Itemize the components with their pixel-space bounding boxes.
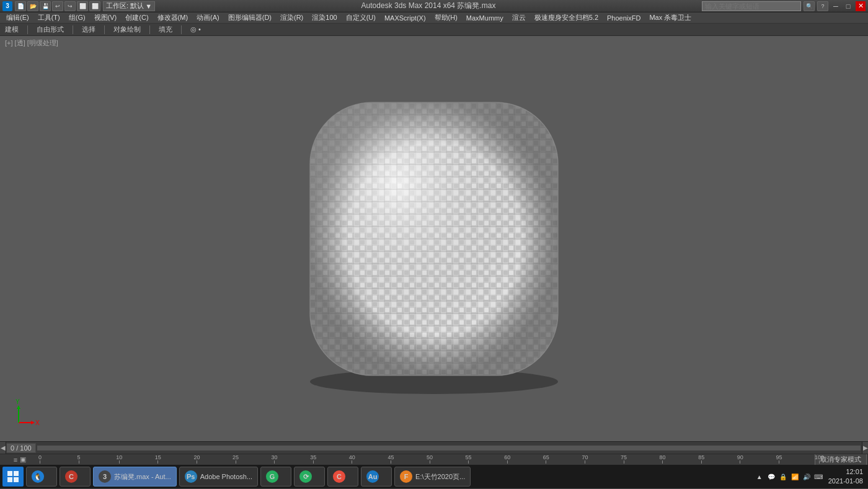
help-icon[interactable]: ?: [817, 1, 828, 11]
subtoolbar-item-1[interactable]: 自由形式: [34, 25, 66, 34]
taskbar-app-chrome[interactable]: C: [327, 467, 358, 487]
ruler-tick-line-5: [79, 460, 79, 464]
menu-item-[interactable]: 渲染100: [308, 12, 340, 23]
ruler-tick-label-45: 45: [388, 454, 394, 460]
taskbar-app-label-photoshop: Adobe Photosh...: [200, 473, 252, 480]
menu-item-[interactable]: 极速瘦身安全归档5.2: [531, 12, 602, 23]
menu-item-max[interactable]: Max 杀毒卫士: [645, 12, 695, 23]
tray-icon-6[interactable]: ⌨: [813, 472, 823, 482]
minimize-button[interactable]: ─: [831, 1, 841, 11]
taskbar-app-icon-3dsmax: 3: [99, 470, 111, 483]
clock-area[interactable]: 12:01 2021-01-08: [826, 467, 866, 487]
menu-item-h[interactable]: 帮助(H): [431, 12, 461, 23]
ruler-tick-label-5: 5: [78, 454, 81, 460]
ruler-tick-label-75: 75: [621, 454, 627, 460]
timeline-next-button[interactable]: ▶: [862, 442, 868, 454]
menu-item-r[interactable]: 渲染(R): [277, 12, 307, 23]
taskbar-app-icon-app2: ⟳: [299, 470, 312, 483]
svg-rect-66: [7, 477, 12, 482]
tray-icon-5[interactable]: 🔊: [802, 472, 812, 482]
subtoolbar-item-5[interactable]: ◎ •: [188, 25, 203, 34]
timeline-slider[interactable]: [37, 446, 861, 451]
maximize-button[interactable]: □: [843, 1, 853, 11]
taskbar-app-wechat[interactable]: 🐧: [26, 467, 57, 487]
svg-rect-67: [14, 477, 19, 482]
ruler-tick-label-35: 35: [310, 454, 316, 460]
menu-item-t[interactable]: 工具(T): [34, 12, 64, 23]
menu-item-phoenixfd[interactable]: PhoenixFD: [603, 14, 644, 22]
menu-item-c[interactable]: 创建(C): [122, 12, 152, 23]
redo-icon[interactable]: ↪: [64, 1, 76, 11]
subtoolbar-item-3[interactable]: 对象绘制: [111, 25, 143, 34]
menu-item-d[interactable]: 图形编辑器(D): [224, 12, 275, 23]
viewport-3d[interactable]: [+] [透] [明缓处理]: [0, 36, 868, 441]
ruler-tick-line-35: [313, 460, 314, 464]
ruler-tick-70: 70: [582, 454, 588, 465]
menu-item-maxmummy[interactable]: MaxMummy: [463, 14, 507, 22]
save-icon[interactable]: 💾: [40, 1, 51, 11]
svg-marker-62: [17, 405, 20, 409]
ruler-tick-line-90: [740, 460, 740, 464]
search-input[interactable]: [702, 1, 801, 11]
viewport-label: [+] [透] [明缓处理]: [5, 38, 58, 48]
ruler-icon-2[interactable]: ▣: [20, 455, 26, 464]
ruler-tick-95: 95: [776, 454, 782, 465]
taskbar-app-app2[interactable]: ⟳: [294, 467, 325, 487]
tray-icon-2[interactable]: 💬: [766, 472, 776, 482]
workspace-label: 工作区: 默认: [106, 1, 144, 11]
subtoolbar-separator-2: [104, 25, 105, 34]
menu-item-maxscriptx[interactable]: MAXScript(X): [381, 14, 430, 22]
menu-item-g[interactable]: 组(G): [65, 12, 89, 23]
taskbar-app-camera[interactable]: C: [60, 467, 91, 487]
ruler-tick-25: 25: [232, 454, 239, 465]
ruler-tick-0: 0: [38, 454, 42, 465]
ruler-tick-line-0: [40, 460, 40, 464]
taskbar-app-app1[interactable]: G: [260, 467, 291, 487]
tb-icon-2[interactable]: ⬜: [89, 1, 100, 11]
taskbar-app-icon-chrome: C: [333, 470, 345, 483]
workspace-selector[interactable]: 工作区: 默认 ▼: [103, 1, 155, 11]
axis-indicator: X Y: [12, 398, 43, 429]
ruler-icon-1[interactable]: ≡: [14, 456, 17, 464]
svg-rect-64: [7, 471, 12, 476]
workspace-dropdown-icon[interactable]: ▼: [145, 2, 152, 10]
subtoolbar-item-2[interactable]: 选择: [79, 25, 98, 34]
menu-item-v[interactable]: 视图(V): [91, 12, 121, 23]
ruler-tick-line-65: [546, 460, 546, 464]
undo-icon[interactable]: ↩: [52, 1, 63, 11]
timeline-prev-button[interactable]: ◀: [0, 442, 6, 454]
subtoolbar-item-0[interactable]: 建模: [2, 25, 21, 34]
taskbar-app-3dsmax[interactable]: 3苏编凳.max - Aut...: [93, 467, 177, 487]
ruler-tick-label-20: 20: [193, 454, 200, 460]
ruler-tick-10: 10: [116, 454, 122, 465]
ruler-tick-line-75: [624, 460, 624, 464]
ruler-tick-15: 15: [155, 454, 161, 465]
ruler-tick-85: 85: [698, 454, 704, 465]
start-button[interactable]: [2, 467, 24, 487]
close-button[interactable]: ✕: [856, 1, 866, 11]
taskbar: 🐧C3苏编凳.max - Aut...PsAdobe Photosh...G⟳C…: [0, 465, 868, 488]
tray-icon-4[interactable]: 📶: [790, 472, 800, 482]
app-title: Autodesk 3ds Max 2014 x64 苏编凳.max: [361, 1, 496, 10]
menu-item-u[interactable]: 自定义(U): [342, 12, 379, 23]
tb-icon-1[interactable]: ⬜: [77, 1, 88, 11]
open-icon[interactable]: 📂: [27, 1, 38, 11]
menu-item-m[interactable]: 修改器(M): [154, 12, 192, 23]
ruler-tick-line-30: [274, 460, 275, 464]
tray-icon-1[interactable]: ▲: [755, 472, 764, 482]
taskbar-app-folder[interactable]: FE:\天竹2020页...: [394, 467, 471, 487]
new-icon[interactable]: 📄: [15, 1, 26, 11]
menu-item-[interactable]: 渲云: [508, 12, 529, 23]
tray-icon-3[interactable]: 🔒: [778, 472, 788, 482]
menu-item-a[interactable]: 动画(A): [193, 12, 223, 23]
taskbar-app-audition[interactable]: Au: [361, 467, 392, 487]
menu-item-e[interactable]: 编辑(E): [2, 12, 33, 23]
ruler-tick-80: 80: [660, 454, 666, 465]
taskbar-app-photoshop[interactable]: PsAdobe Photosh...: [179, 467, 258, 487]
svg-rect-65: [14, 471, 19, 476]
search-icon[interactable]: 🔍: [804, 1, 815, 11]
subtoolbar-item-4[interactable]: 填充: [156, 25, 175, 34]
taskbar-apps: 🐧C3苏编凳.max - Aut...PsAdobe Photosh...G⟳C…: [26, 467, 471, 487]
ruler-tick-label-55: 55: [466, 454, 472, 460]
title-right: 🔍 ? ─ □ ✕: [702, 1, 866, 11]
